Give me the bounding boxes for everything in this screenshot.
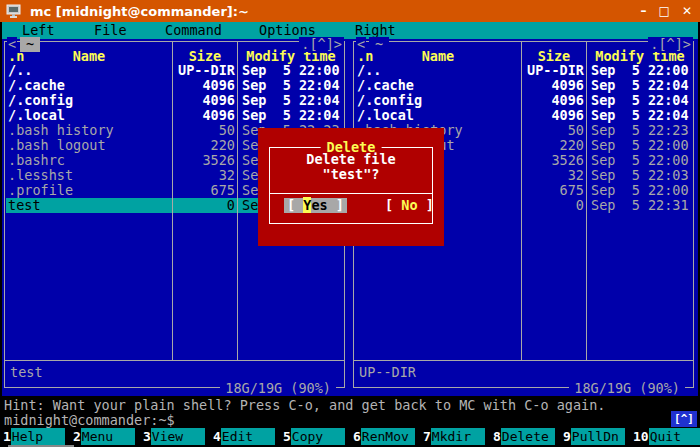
- file-size: 0: [172, 198, 237, 213]
- fkey-9[interactable]: 9PullDn: [560, 428, 630, 445]
- file-size: 675: [172, 183, 237, 198]
- file-mtime: Sep 5 22:04: [237, 78, 344, 93]
- file-mtime: Sep 5 22:00: [586, 183, 693, 198]
- fkey-label: Help: [11, 428, 65, 445]
- panel-path[interactable]: ~: [20, 37, 40, 52]
- fkey-number: 5: [280, 428, 291, 445]
- file-row[interactable]: /..UP--DIRSep 5 22:00: [355, 63, 693, 78]
- mini-status: UP--DIR: [359, 365, 416, 380]
- file-mtime: Sep 5 22:04: [586, 93, 693, 108]
- file-row[interactable]: /.local4096Sep 5 22:04: [6, 108, 344, 123]
- file-size: 32: [172, 168, 237, 183]
- menu-command[interactable]: Command: [165, 22, 222, 39]
- fkey-7[interactable]: 7Mkdir: [420, 428, 490, 445]
- file-name: /.cache: [355, 78, 521, 93]
- file-size: 32: [521, 168, 586, 183]
- file-row[interactable]: /.local4096Sep 5 22:04: [355, 108, 693, 123]
- fkey-4[interactable]: 4Edit: [210, 428, 280, 445]
- column-header-size[interactable]: Size: [173, 49, 237, 64]
- file-row[interactable]: /.config4096Sep 5 22:04: [355, 93, 693, 108]
- button-bracket: [: [385, 197, 401, 213]
- close-button[interactable]: ✕: [682, 4, 692, 18]
- file-size: 4096: [521, 78, 586, 93]
- button-hotkey: No: [401, 197, 417, 213]
- fkey-10[interactable]: 10Quit: [630, 428, 700, 445]
- file-size: 4096: [172, 78, 237, 93]
- file-mtime: Sep 5 22:31: [586, 198, 693, 213]
- fkey-label: RenMov: [361, 428, 415, 445]
- file-row[interactable]: /.cache4096Sep 5 22:04: [355, 78, 693, 93]
- dialog-message-line1: Delete file: [258, 152, 444, 167]
- file-size: 220: [521, 138, 586, 153]
- file-name: .profile: [6, 183, 172, 198]
- delete-dialog: Delete Delete file "test"? [ Yes ] [ No …: [258, 128, 444, 246]
- file-size: 50: [521, 123, 586, 138]
- file-size: 3526: [521, 153, 586, 168]
- shell-prompt[interactable]: midnight@commander:~$: [4, 412, 175, 428]
- history-back-icon[interactable]: <: [7, 37, 17, 52]
- fkey-8[interactable]: 8Delete: [490, 428, 560, 445]
- fkey-label: Edit: [221, 428, 275, 445]
- titlebar[interactable]: mc [midnight@commander]:~ – □ ✕: [0, 0, 700, 22]
- file-name: /.config: [6, 93, 172, 108]
- fkey-label: Copy: [291, 428, 345, 445]
- hint-line: Hint: Want your plain shell? Press C-o, …: [4, 398, 698, 413]
- column-separator: [172, 42, 173, 360]
- fkey-6[interactable]: 6RenMov: [350, 428, 420, 445]
- fkey-label: Mkdir: [431, 428, 485, 445]
- button-text: es: [311, 197, 327, 213]
- fkey-label: Menu: [81, 428, 135, 445]
- file-name: /.config: [355, 93, 521, 108]
- fkey-number: 2: [70, 428, 81, 445]
- fkey-number: 9: [560, 428, 571, 445]
- file-size: 4096: [172, 93, 237, 108]
- column-headers: .n Name Size Modify time: [355, 49, 693, 64]
- menu-file[interactable]: File: [94, 22, 127, 39]
- fkey-label: Quit: [649, 428, 700, 445]
- column-separator: [586, 42, 587, 360]
- file-row[interactable]: /.cache4096Sep 5 22:04: [6, 78, 344, 93]
- ministatus-separator: [354, 360, 693, 361]
- minimize-button[interactable]: –: [641, 4, 647, 18]
- file-size: 3526: [172, 153, 237, 168]
- maximize-button[interactable]: □: [659, 4, 670, 18]
- file-row[interactable]: /..UP--DIRSep 5 22:00: [6, 63, 344, 78]
- history-back-icon[interactable]: <: [356, 37, 366, 52]
- file-size: 50: [172, 123, 237, 138]
- file-name: /.local: [6, 108, 172, 123]
- yes-button[interactable]: [ Yes ]: [284, 198, 347, 213]
- fkey-2[interactable]: 2Menu: [70, 428, 140, 445]
- panel-path[interactable]: ~: [369, 37, 389, 52]
- file-name: /..: [6, 63, 172, 78]
- fkey-5[interactable]: 5Copy: [280, 428, 350, 445]
- file-mtime: Sep 5 22:00: [586, 153, 693, 168]
- file-row[interactable]: /.config4096Sep 5 22:04: [6, 93, 344, 108]
- file-mtime: Sep 5 22:04: [586, 108, 693, 123]
- fkey-1[interactable]: 1Help: [0, 428, 70, 445]
- app-window: mc [midnight@commander]:~ – □ ✕ LeftFile…: [0, 0, 700, 447]
- dialog-button-separator: [269, 193, 433, 194]
- panel-top-markers[interactable]: .[^]>: [648, 37, 693, 52]
- file-mtime: Sep 5 22:23: [586, 123, 693, 138]
- file-name: /.local: [355, 108, 521, 123]
- file-mtime: Sep 5 22:04: [237, 108, 344, 123]
- panel-disk-usage: 18G/19G (90%): [569, 381, 685, 396]
- file-size: 4096: [172, 108, 237, 123]
- fkey-3[interactable]: 3View: [140, 428, 210, 445]
- file-size: 4096: [521, 108, 586, 123]
- button-bracket: [: [287, 197, 303, 213]
- file-name: .bash_history: [6, 123, 172, 138]
- ministatus-separator: [5, 360, 344, 361]
- file-name: .lesshst: [6, 168, 172, 183]
- column-header-size[interactable]: Size: [522, 49, 586, 64]
- no-button[interactable]: [ No ]: [385, 198, 434, 213]
- file-mtime: Sep 5 22:00: [586, 138, 693, 153]
- file-name: /.cache: [6, 78, 172, 93]
- scroll-up-badge[interactable]: [^]: [671, 411, 697, 427]
- function-key-bar: 1Help2Menu3View4Edit5Copy6RenMov7Mkdir8D…: [0, 428, 700, 445]
- menu-bar: LeftFileCommandOptionsRight: [2, 22, 698, 39]
- terminal-icon: [6, 3, 22, 19]
- mini-status: test: [10, 365, 43, 380]
- panel-top-markers[interactable]: .[^]>: [299, 37, 344, 52]
- file-size: 220: [172, 138, 237, 153]
